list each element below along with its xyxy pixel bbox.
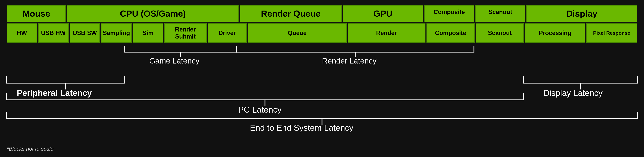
category-scanout: Scanout [475, 5, 525, 22]
category-cpu: CPU (OS/Game) [67, 5, 239, 22]
sub-driver: Driver [208, 23, 247, 43]
category-composite: Composite [424, 5, 474, 22]
subcategory-row: HW USB HW USB SW Sampling Sim Render Sub… [7, 23, 637, 43]
category-row: Mouse CPU (OS/Game) Render Queue GPU Com… [7, 5, 637, 22]
sub-sim: Sim [133, 23, 163, 43]
game-latency-label: Game Latency [149, 56, 200, 65]
sub-processing: Processing [525, 23, 585, 43]
pc-latency-label: PC Latency [238, 105, 282, 115]
sub-pixel-response: Pixel Response [586, 23, 637, 43]
sub-usbsw: USB SW [70, 23, 100, 43]
sub-sampling: Sampling [101, 23, 132, 43]
sub-usbhw: USB HW [38, 23, 68, 43]
display-latency-label: Display Latency [544, 88, 602, 98]
category-render-queue: Render Queue [240, 5, 342, 22]
category-mouse: Mouse [7, 5, 66, 22]
diagram-container: Mouse CPU (OS/Game) Render Queue GPU Com… [7, 5, 637, 138]
end-to-end-label: End to End System Latency [250, 123, 353, 133]
sub-render-submit: Render Submit [164, 23, 206, 43]
peripheral-latency-label: Peripheral Latency [17, 88, 92, 98]
sub-queue: Queue [248, 23, 347, 43]
category-display: Display [526, 5, 637, 22]
brackets-area: Game Latency Render Latency Peripheral L… [7, 45, 637, 138]
sub-scanout: Scanout [476, 23, 524, 43]
sub-render: Render [348, 23, 426, 43]
render-latency-label: Render Latency [322, 56, 376, 65]
sub-hw: HW [7, 23, 37, 43]
footnote: *Blocks not to scale [7, 146, 54, 152]
sub-composite: Composite [426, 23, 475, 43]
category-gpu: GPU [343, 5, 423, 22]
